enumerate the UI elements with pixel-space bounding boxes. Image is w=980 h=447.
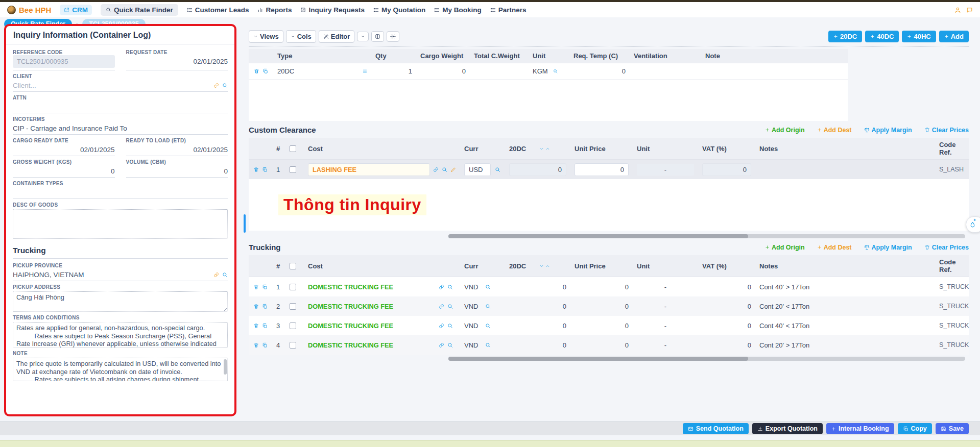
col-req-temp[interactable]: Req. Temp (C) (569, 49, 630, 63)
gross-weight-input[interactable]: 0 (13, 165, 115, 175)
ink-drop-fab[interactable]: ✦ (966, 216, 980, 233)
unit-cell[interactable]: - (633, 281, 698, 293)
search-icon[interactable] (495, 167, 500, 172)
notes-cell[interactable]: Cont 20' < 17Ton (755, 301, 935, 312)
more-dropdown-button[interactable] (357, 32, 369, 41)
unit-price-cell[interactable]: 0 (570, 301, 633, 312)
search-icon[interactable] (447, 284, 453, 290)
copy-icon[interactable] (262, 68, 268, 74)
container-total-cweight-cell[interactable] (470, 69, 529, 73)
cc-notes-cell[interactable] (755, 167, 935, 171)
cost-link[interactable]: DOMESTIC TRUCKING FEE (308, 322, 393, 330)
nav-item-my-quotation[interactable]: My Quotation (373, 6, 425, 14)
pickup-address-textarea[interactable]: Cảng Hải Phòng (13, 291, 228, 312)
vat-cell[interactable]: 0 (698, 281, 755, 293)
notes-cell[interactable]: Cont 20' > 17Ton (755, 339, 935, 351)
col-unit[interactable]: Unit (633, 138, 698, 159)
cols-button[interactable]: Cols (286, 30, 316, 43)
trucking-clear-prices-link[interactable]: Clear Prices (924, 244, 969, 251)
notes-cell[interactable]: Cont 40' < 17Ton (755, 320, 935, 332)
link-icon[interactable] (433, 167, 439, 172)
row-checkbox[interactable] (290, 322, 296, 329)
trash-icon[interactable] (253, 323, 259, 329)
link-icon[interactable] (439, 342, 444, 348)
curr-value[interactable]: VND (464, 322, 478, 330)
nav-item-reports[interactable]: Reports (257, 6, 292, 14)
request-date-input[interactable]: 02/01/2025 (126, 55, 228, 65)
scrollbar-thumb[interactable] (448, 234, 748, 238)
link-icon[interactable] (213, 83, 219, 88)
brand[interactable]: Bee HPH (7, 6, 51, 14)
add-40hc-button[interactable]: 40HC (902, 31, 936, 42)
col-unit[interactable]: Unit (633, 255, 698, 277)
cc-apply-margin-link[interactable]: Apply Margin (864, 127, 912, 134)
cc-20dc-input[interactable]: 0 (509, 163, 566, 176)
unit-price-cell[interactable]: 0 (570, 320, 633, 332)
container-unit-cell[interactable]: KGM (529, 65, 569, 77)
row-checkbox[interactable] (290, 284, 296, 290)
col-cost[interactable]: Cost (304, 138, 460, 159)
col-curr[interactable]: Curr (460, 255, 505, 277)
search-icon[interactable] (222, 272, 228, 278)
settings-button[interactable] (387, 31, 399, 42)
trash-icon[interactable] (254, 68, 259, 74)
cc-curr-input[interactable]: USD (464, 163, 491, 176)
copy-icon[interactable] (262, 304, 268, 309)
nav-item-crm[interactable]: CRM (60, 5, 92, 15)
container-qty-cell[interactable]: 1 (371, 65, 416, 77)
sort-desc-icon[interactable] (539, 146, 544, 151)
vat-cell[interactable]: 0 (698, 339, 755, 351)
link-icon[interactable] (439, 304, 444, 309)
desc-of-goods-textarea[interactable] (13, 209, 228, 239)
col-notes[interactable]: Notes (755, 138, 935, 159)
col-ventilation[interactable]: Ventilation (630, 49, 701, 63)
col-vat[interactable]: VAT (%) (698, 138, 755, 159)
col-code-ref[interactable]: Code Ref. (935, 138, 969, 159)
scrollbar-thumb[interactable] (448, 357, 748, 361)
search-icon[interactable] (447, 342, 453, 348)
container-types-input[interactable] (13, 186, 228, 196)
cc-cost-input[interactable]: LASHING FEE (308, 163, 430, 176)
vat-cell[interactable]: 0 (698, 301, 755, 312)
trash-icon[interactable] (253, 284, 259, 290)
copy-icon[interactable] (262, 323, 268, 329)
col-unit-price[interactable]: Unit Price (570, 255, 633, 277)
dc20-cell[interactable]: 0 (505, 339, 570, 351)
vat-cell[interactable]: 0 (698, 320, 755, 332)
col-qty[interactable]: Qty (371, 49, 416, 63)
views-button[interactable]: Views (249, 30, 283, 43)
add-40dc-button[interactable]: 40DC (865, 31, 899, 42)
cc-horizontal-scrollbar[interactable] (448, 234, 965, 238)
pickup-province-input[interactable]: HAIPHONG, VIETNAM (13, 271, 84, 279)
select-all-checkbox[interactable] (290, 263, 296, 269)
trash-icon[interactable] (253, 342, 259, 348)
trucking-horizontal-scrollbar[interactable] (448, 357, 965, 361)
col-note[interactable]: Note (701, 49, 848, 63)
send-quotation-button[interactable]: Send Quotation (683, 423, 749, 434)
container-note-cell[interactable] (701, 69, 848, 73)
container-type-cell[interactable]: 20DC (273, 65, 371, 77)
trucking-add-dest-link[interactable]: Add Dest (817, 244, 852, 251)
terms-textarea[interactable]: Rates are applied for general, non-hazar… (13, 322, 228, 348)
col-20dc[interactable]: 20DC (505, 138, 570, 159)
link-icon[interactable] (439, 284, 444, 290)
search-icon[interactable] (447, 304, 453, 309)
cost-link[interactable]: DOMESTIC TRUCKING FEE (308, 341, 393, 349)
link-icon[interactable] (213, 272, 219, 278)
save-button[interactable]: Save (936, 423, 969, 434)
nav-item-inquiry-requests[interactable]: Inquiry Requests (300, 6, 365, 14)
cc-unit-price-input[interactable]: 0 (575, 163, 629, 176)
search-icon[interactable] (553, 69, 558, 73)
col-unit-price[interactable]: Unit Price (570, 138, 633, 159)
unit-price-cell[interactable]: 0 (570, 339, 633, 351)
col-vat[interactable]: VAT (%) (698, 255, 755, 277)
trucking-add-origin-link[interactable]: Add Origin (765, 244, 805, 251)
cc-add-origin-link[interactable]: Add Origin (765, 127, 805, 134)
select-all-checkbox[interactable] (290, 145, 296, 152)
list-icon[interactable] (363, 69, 367, 73)
container-ventilation-cell[interactable] (630, 69, 701, 73)
volume-input[interactable]: 0 (126, 165, 228, 175)
row-checkbox[interactable] (290, 342, 296, 349)
copy-icon[interactable] (262, 167, 268, 172)
col-cargo-weight[interactable]: Cargo Weight (416, 49, 470, 63)
